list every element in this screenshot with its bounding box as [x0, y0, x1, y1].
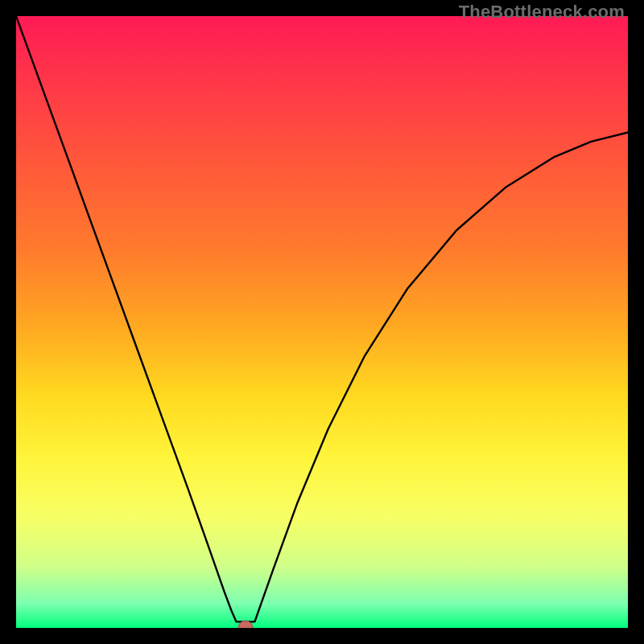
- bottleneck-plot: [16, 16, 628, 628]
- gradient-background: [16, 16, 628, 628]
- chart-frame: [16, 16, 628, 628]
- watermark-text: TheBottleneck.com: [459, 2, 625, 23]
